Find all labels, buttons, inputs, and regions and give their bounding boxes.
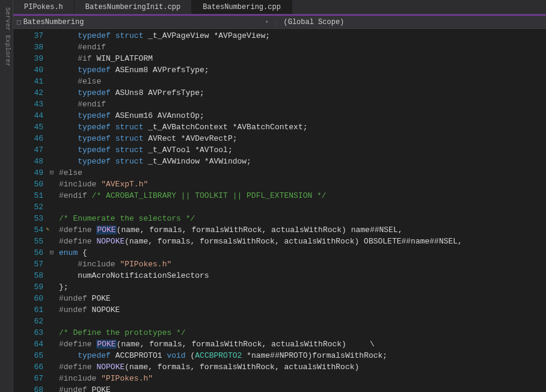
fold-cell [47,190,57,201]
line-number: 55 [13,236,43,247]
line-number: 45 [13,121,43,133]
fold-cell[interactable]: ⊟ [47,247,57,259]
fold-cell [47,144,57,156]
line-number: 65 [13,350,43,361]
fold-cell [47,53,57,64]
code-line[interactable]: typedef struct _t_AVTool *AVTool; [59,144,546,156]
sidebar-item-server-explorer[interactable]: Server Explorer [3,5,13,392]
code-line[interactable] [59,201,546,213]
fold-cell [47,64,57,76]
project-scope-dropdown[interactable]: ⬚ BatesNumbering ▾ [13,18,277,26]
code-line[interactable]: #endif [59,99,546,110]
code-line[interactable]: #else [59,167,546,179]
line-number: 62 [13,316,43,327]
line-number: 56 [13,247,43,259]
fold-cell [47,350,57,361]
line-number: 59 [13,281,43,293]
code-line[interactable]: #undef POKE [59,384,546,392]
fold-cell [47,76,57,87]
code-line[interactable]: typedef ASEnum8 AVPrefsType; [59,64,546,76]
code-line[interactable]: typedef struct _t_AVWindow *AVWindow; [59,156,546,167]
fold-cell [47,236,57,247]
code-content[interactable]: typedef struct _t_AVPageView *AVPageView… [57,29,546,392]
project-icon: ⬚ [17,18,21,26]
line-number: 41 [13,76,43,87]
line-number: 57 [13,259,43,270]
code-line[interactable]: #include "AVExpT.h" [59,179,546,190]
fold-cell [47,201,57,213]
fold-cell [47,110,57,121]
fold-cell[interactable]: ⊟ [47,167,57,179]
code-line[interactable]: typedef struct AVRect *AVDevRectP; [59,133,546,144]
code-line[interactable]: #define POKE(name, formals, formalsWithR… [59,338,546,350]
code-line[interactable]: numAcroNotificationSelectors [59,270,546,281]
code-line[interactable]: #include "PIPokes.h" [59,259,546,270]
member-scope-label: (Global Scope) [284,18,345,26]
fold-cell [47,213,57,224]
code-line[interactable]: #endif /* ACROBAT_LIBRARY || TOOLKIT || … [59,190,546,201]
code-line[interactable]: enum { [59,247,546,259]
code-line[interactable]: typedef ASEnum16 AVAnnotOp; [59,110,546,121]
code-line[interactable]: /* Enumerate the selectors */ [59,213,546,224]
line-number: 37 [13,30,43,41]
code-line[interactable]: #undef NOPOKE [59,304,546,316]
tab-batesnumbering-cpp[interactable]: BatesNumbering.cpp [192,0,292,14]
fold-cell [47,327,57,338]
code-line[interactable]: #undef POKE [59,293,546,304]
fold-cell [47,179,57,190]
code-editor[interactable]: 373839404142434445464748495051525354✎555… [13,29,546,392]
line-number: 38 [13,41,43,53]
code-line[interactable]: #include "PIPokes.h" [59,373,546,384]
line-number: 48 [13,156,43,167]
left-toolbox-sidebar: Server Explorer Toolbox [0,0,13,392]
line-number: 43 [13,99,43,110]
chevron-down-icon: ▾ [265,19,272,25]
fold-cell [47,259,57,270]
line-number: 49 [13,167,43,179]
code-line[interactable]: #else [59,76,546,87]
line-number: 44 [13,110,43,121]
fold-cell [47,361,57,373]
tab-pipokes-h[interactable]: PIPokes.h [13,0,75,14]
fold-cell [47,121,57,133]
fold-cell [47,384,57,392]
fold-cell [47,270,57,281]
code-line[interactable]: #define NOPOKE(name, formals, formsalsWi… [59,236,546,247]
fold-cell [47,316,57,327]
line-number-gutter: 373839404142434445464748495051525354✎555… [13,29,47,392]
line-number: 47 [13,144,43,156]
line-number: 40 [13,64,43,76]
member-scope-dropdown[interactable]: (Global Scope) [277,18,547,26]
line-number: 64 [13,338,43,350]
fold-cell [47,99,57,110]
fold-cell [47,281,57,293]
line-number: 42 [13,87,43,99]
line-number: 60 [13,293,43,304]
line-number: 66 [13,361,43,373]
code-line[interactable]: typedef struct _t_AVBatchContext *AVBatc… [59,121,546,133]
line-number: 61 [13,304,43,316]
code-line[interactable]: typedef struct _t_AVPageView *AVPageView… [59,30,546,41]
code-line[interactable]: #define NOPOKE(name, formals, formsalsWi… [59,361,546,373]
code-line[interactable]: #define POKE(name, formals, formalsWithR… [59,224,546,236]
code-line[interactable]: typedef ASUns8 AVPrefsType; [59,87,546,99]
code-line[interactable] [59,316,546,327]
code-line[interactable]: typedef ACCBPROTO1 void (ACCBPROTO2 *nam… [59,350,546,361]
main-area: PIPokes.hBatesNumberingInit.cppBatesNumb… [13,0,546,392]
code-line[interactable]: /* Define the prototypes */ [59,327,546,338]
code-line[interactable]: }; [59,281,546,293]
fold-column: ⊟⊟ [47,29,57,392]
fold-cell [47,293,57,304]
fold-cell [47,373,57,384]
code-line[interactable]: #endif [59,41,546,53]
fold-cell [47,87,57,99]
navigation-bar: ⬚ BatesNumbering ▾ (Global Scope) [13,14,546,29]
tab-bar: PIPokes.hBatesNumberingInit.cppBatesNumb… [13,0,546,14]
tab-batesnumberinginit-cpp[interactable]: BatesNumberingInit.cpp [75,0,192,14]
line-number: 68 [13,384,43,392]
line-number: 67 [13,373,43,384]
line-number: 63 [13,327,43,338]
edit-indicator-icon: ✎ [46,224,49,236]
line-number: 46 [13,133,43,144]
code-line[interactable]: #if WIN_PLATFORM [59,53,546,64]
